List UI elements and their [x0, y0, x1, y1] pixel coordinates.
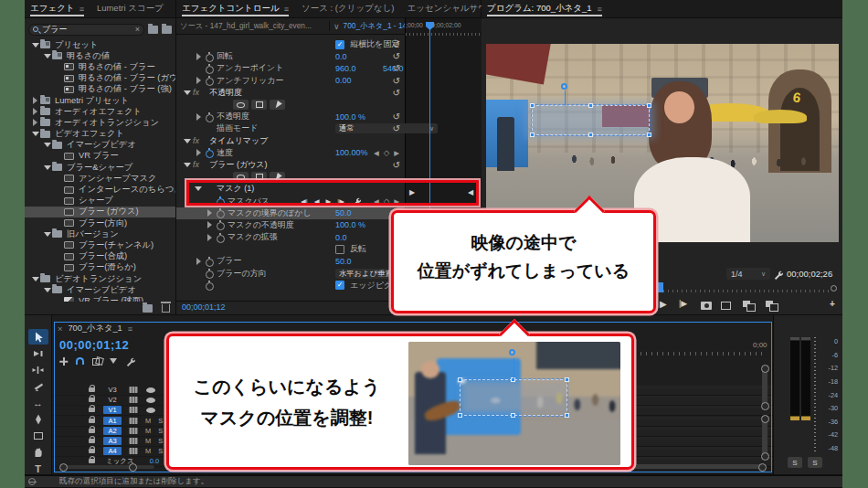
track-height-slider[interactable]: [59, 465, 154, 469]
stopwatch-icon[interactable]: [204, 64, 217, 73]
reset-parameter-icon[interactable]: ↺: [393, 111, 400, 122]
effects-tree-item[interactable]: イマーシブビデオ: [25, 284, 175, 295]
new-bin-icon[interactable]: [143, 304, 153, 313]
parameter-value[interactable]: 0.00: [335, 76, 352, 85]
track-name-chip[interactable]: A1: [103, 417, 122, 425]
reset-parameter-icon[interactable]: ↺: [393, 39, 400, 49]
selection-tool[interactable]: [28, 329, 48, 345]
twirl-icon[interactable]: [193, 113, 204, 121]
stopwatch-icon[interactable]: [220, 101, 233, 110]
toggle-track-output-eye-icon[interactable]: [146, 387, 155, 393]
tab-effects[interactable]: エフェクト≡: [30, 0, 84, 17]
parameter-value[interactable]: 0.0: [335, 233, 347, 242]
track-lock-icon[interactable]: [89, 429, 95, 433]
solo-right-button[interactable]: S: [808, 457, 822, 468]
new-custom-bin-icon[interactable]: [148, 26, 158, 34]
twirl-icon[interactable]: [193, 149, 204, 156]
effects-tree-item[interactable]: ブラー(方向): [25, 217, 175, 228]
stopwatch-icon[interactable]: [204, 76, 217, 85]
twirl-icon[interactable]: [42, 288, 52, 292]
playback-resolution-dropdown[interactable]: 1/4∨: [726, 268, 770, 280]
add-button[interactable]: +: [830, 299, 835, 309]
stopwatch-icon[interactable]: [204, 281, 217, 290]
effect-parameter-row[interactable]: fx 不透明度 ↺: [176, 87, 481, 99]
track-select-tool[interactable]: [28, 345, 48, 361]
search-value[interactable]: ブラー: [42, 24, 132, 36]
solo-button[interactable]: S: [158, 437, 163, 445]
twirl-icon[interactable]: [204, 221, 215, 228]
parameter-value[interactable]: 100.0 %: [335, 112, 365, 122]
track-lock-icon[interactable]: [89, 387, 95, 392]
mask-handle[interactable]: [588, 103, 593, 108]
delete-icon[interactable]: [162, 304, 170, 313]
effects-tree-item[interactable]: シャープ: [25, 196, 175, 207]
effects-tree-item[interactable]: VR ブラー: [25, 151, 175, 162]
tab-program[interactable]: プログラム: 700_小ネタ_1≡: [487, 0, 602, 17]
effects-tree-item[interactable]: ビデオエフェクト: [25, 129, 175, 140]
twirl-icon[interactable]: [204, 209, 215, 217]
solo-left-button[interactable]: S: [788, 457, 802, 468]
dropdown[interactable]: 通常∨: [335, 123, 438, 133]
track-name-chip[interactable]: A2: [103, 427, 122, 435]
mask-handle[interactable]: [647, 133, 651, 137]
twirl-icon[interactable]: [42, 232, 52, 237]
reset-parameter-icon[interactable]: ↺: [393, 63, 400, 73]
effect-parameter-row[interactable]: fx ブラー (ガウス) ↺: [176, 159, 481, 171]
stopwatch-icon[interactable]: [215, 220, 228, 229]
audio-vertical-scrollbar[interactable]: [762, 418, 767, 458]
panel-menu-icon[interactable]: ≡: [79, 5, 84, 14]
stopwatch-icon[interactable]: [204, 148, 217, 157]
twirl-icon[interactable]: [30, 43, 40, 48]
parameter-value[interactable]: 50.0: [335, 208, 352, 217]
twirl-icon[interactable]: [30, 119, 40, 126]
checkbox[interactable]: ✓: [335, 40, 344, 49]
mask-handle[interactable]: [588, 133, 593, 137]
stopwatch-icon[interactable]: [204, 52, 217, 61]
effects-tree-item[interactable]: 明るさの値 - ブラー (ガウス): [25, 73, 175, 84]
lane-keyframe-arrow-left[interactable]: ◀: [468, 188, 473, 196]
effect-parameter-row[interactable]: アンカーポイント 960.0 540.0 ↺: [176, 62, 481, 74]
twirl-icon[interactable]: [182, 163, 193, 167]
stopwatch-icon[interactable]: [204, 124, 217, 133]
effects-tree-item[interactable]: ビデオトランジション: [25, 273, 175, 284]
program-playhead[interactable]: [658, 282, 663, 292]
track-name-chip[interactable]: V3: [103, 386, 122, 394]
toggle-track-output-eye-icon[interactable]: [146, 408, 155, 413]
timeline-tab[interactable]: × 700_小ネタ_1 ≡: [58, 323, 132, 334]
toggle-track-output-eye-icon[interactable]: [146, 398, 155, 403]
track-lock-icon[interactable]: [89, 449, 95, 453]
timeline-timecode[interactable]: 00;00;01;12: [59, 338, 129, 352]
mute-button[interactable]: M: [145, 427, 151, 435]
linked-selection-icon[interactable]: [92, 357, 101, 365]
video-vertical-scrollbar[interactable]: [762, 367, 767, 408]
checkbox[interactable]: ✓: [335, 281, 344, 290]
twirl-icon[interactable]: [204, 234, 215, 241]
stopwatch-icon[interactable]: [215, 208, 228, 217]
parameter-value[interactable]: 960.0: [335, 64, 356, 73]
pen-mask-icon[interactable]: [270, 100, 285, 110]
tab-source-monitor[interactable]: ソース : (クリップなし): [302, 0, 395, 17]
effects-tree-item[interactable]: ブラー(合成): [25, 251, 175, 262]
twirl-icon[interactable]: [30, 277, 40, 281]
clear-search-icon[interactable]: ×: [135, 25, 140, 34]
track-lock-icon[interactable]: [89, 408, 95, 412]
track-name-chip[interactable]: A4: [103, 447, 122, 455]
next-keyframe-icon[interactable]: ▶: [394, 149, 399, 157]
effects-tree-item[interactable]: アンシャープマスク: [25, 173, 175, 184]
stopwatch-icon[interactable]: [204, 112, 217, 122]
effect-parameter-row[interactable]: 速度 100.00% ◀ ◇ ▶: [176, 147, 481, 159]
play-button[interactable]: ▶: [660, 299, 667, 309]
close-icon[interactable]: ×: [58, 324, 62, 334]
source-patch-icon[interactable]: [129, 387, 138, 393]
effects-tree-item[interactable]: ブラー&シャープ: [25, 162, 175, 173]
reset-parameter-icon[interactable]: ↺: [393, 51, 400, 61]
track-name-chip[interactable]: V1: [103, 406, 122, 414]
effects-tree-item[interactable]: 明るさの値: [25, 50, 175, 61]
twirl-icon[interactable]: [182, 90, 193, 95]
source-patch-icon[interactable]: [129, 407, 138, 413]
stopwatch-icon[interactable]: [204, 257, 217, 266]
mask-handle[interactable]: [530, 133, 535, 137]
twirl-icon[interactable]: [182, 139, 193, 143]
effects-tree-item[interactable]: Lumetri プリセット: [25, 95, 175, 106]
twirl-icon[interactable]: [193, 53, 204, 60]
